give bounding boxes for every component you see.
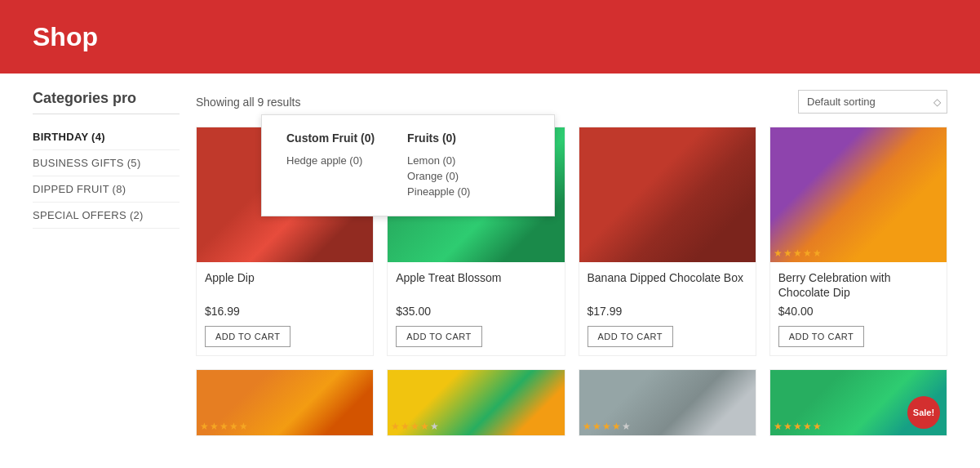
dropdown-column-custom-fruit: Custom Fruit (0) Hedge apple (0) xyxy=(286,131,375,199)
product-card-berry: ★ ★ ★ ★ ★ Berry Celebration with Chocola… xyxy=(769,127,947,356)
product-name-apple-dip: Apple Dip xyxy=(205,270,365,300)
product-image-bottom-2: ★ ★ ★ ★ ★ xyxy=(388,370,564,435)
product-grid-bottom: ★ ★ ★ ★ ★ ★ ★ ★ ★ ★ xyxy=(196,369,947,436)
product-image-bottom-1: ★ ★ ★ ★ ★ xyxy=(197,370,373,435)
product-info-apple-dip: Apple Dip $16.99 ADD TO CART xyxy=(197,262,373,355)
sidebar-item-birthday[interactable]: BIRTHDAY (4) xyxy=(33,124,180,150)
product-name-apple-treat: Apple Treat Blossom xyxy=(396,270,556,300)
product-stars-bottom-1: ★ ★ ★ ★ ★ xyxy=(200,421,248,432)
product-card-bottom-4: ★ ★ ★ ★ ★ Sale! xyxy=(769,369,947,436)
sidebar-item-dipped-fruit[interactable]: DIPPED FRUIT (8) xyxy=(33,176,180,203)
star-1: ★ xyxy=(774,247,783,259)
sort-wrapper[interactable]: Default sorting Sort by popularity Sort … xyxy=(798,90,947,114)
sort-select[interactable]: Default sorting Sort by popularity Sort … xyxy=(798,90,947,114)
product-image-banana-choc xyxy=(579,127,756,262)
product-name-banana-choc: Banana Dipped Chocolate Box xyxy=(588,270,747,300)
sidebar-item-business-gifts[interactable]: BUSINESS GIFTS (5) xyxy=(33,150,180,176)
dropdown-item-lemon[interactable]: Lemon (0) xyxy=(407,153,470,168)
product-card-bottom-1: ★ ★ ★ ★ ★ xyxy=(196,369,374,436)
star-5: ★ xyxy=(813,247,822,259)
category-dropdown: Custom Fruit (0) Hedge apple (0) Fruits … xyxy=(261,114,555,216)
content-area: Showing all 9 results Default sorting So… xyxy=(196,90,947,436)
product-price-banana-choc: $17.99 xyxy=(588,305,747,318)
dropdown-item-hedge-apple[interactable]: Hedge apple (0) xyxy=(286,153,375,168)
add-to-cart-apple-treat[interactable]: ADD TO CART xyxy=(396,326,481,347)
product-stars-bottom-3: ★ ★ ★ ★ ★ xyxy=(583,421,631,432)
results-count: Showing all 9 results xyxy=(196,96,300,109)
sale-badge: Sale! xyxy=(907,396,940,429)
product-image-berry: ★ ★ ★ ★ ★ xyxy=(770,127,947,262)
product-info-berry: Berry Celebration with Chocolate Dip $40… xyxy=(770,262,947,355)
product-price-apple-treat: $35.00 xyxy=(396,305,556,318)
product-price-apple-dip: $16.99 xyxy=(205,305,365,318)
sidebar: Categories pro BIRTHDAY (4) BUSINESS GIF… xyxy=(33,90,196,436)
topbar: Showing all 9 results Default sorting So… xyxy=(196,90,947,114)
main-container: Categories pro BIRTHDAY (4) BUSINESS GIF… xyxy=(0,74,980,452)
add-to-cart-berry[interactable]: ADD TO CART xyxy=(778,326,864,347)
dropdown-item-pineapple[interactable]: Pineapple (0) xyxy=(407,184,470,199)
dropdown-header-fruits: Fruits (0) xyxy=(407,131,470,145)
product-image-bottom-4: ★ ★ ★ ★ ★ Sale! xyxy=(770,370,947,435)
star-4: ★ xyxy=(803,247,812,259)
dropdown-item-orange[interactable]: Orange (0) xyxy=(407,168,470,184)
product-info-apple-treat: Apple Treat Blossom $35.00 ADD TO CART xyxy=(388,262,564,355)
sidebar-title: Categories pro xyxy=(33,90,180,114)
page-header: Shop xyxy=(0,0,980,74)
product-stars-bottom-4: ★ ★ ★ ★ ★ xyxy=(774,421,822,432)
product-price-berry: $40.00 xyxy=(778,305,938,318)
add-to-cart-apple-dip[interactable]: ADD TO CART xyxy=(205,326,290,347)
star-3: ★ xyxy=(793,247,802,259)
product-stars-berry: ★ ★ ★ ★ ★ xyxy=(774,247,822,259)
product-image-bottom-3: ★ ★ ★ ★ ★ xyxy=(579,370,756,435)
add-to-cart-banana-choc[interactable]: ADD TO CART xyxy=(588,326,673,347)
page-title: Shop xyxy=(33,22,98,52)
product-info-banana-choc: Banana Dipped Chocolate Box $17.99 ADD T… xyxy=(579,262,756,355)
product-name-berry: Berry Celebration with Chocolate Dip xyxy=(778,270,938,300)
product-card-bottom-3: ★ ★ ★ ★ ★ xyxy=(579,369,756,436)
dropdown-column-fruits: Fruits (0) Lemon (0) Orange (0) Pineappl… xyxy=(407,131,470,199)
product-card-banana-choc: Banana Dipped Chocolate Box $17.99 ADD T… xyxy=(579,127,756,356)
product-stars-bottom-2: ★ ★ ★ ★ ★ xyxy=(391,421,439,432)
product-card-bottom-2: ★ ★ ★ ★ ★ xyxy=(387,369,565,436)
star-2: ★ xyxy=(783,247,792,259)
sidebar-item-special-offers[interactable]: SPECIAL OFFERS (2) xyxy=(33,203,180,229)
dropdown-header-custom-fruit: Custom Fruit (0) xyxy=(286,131,375,145)
